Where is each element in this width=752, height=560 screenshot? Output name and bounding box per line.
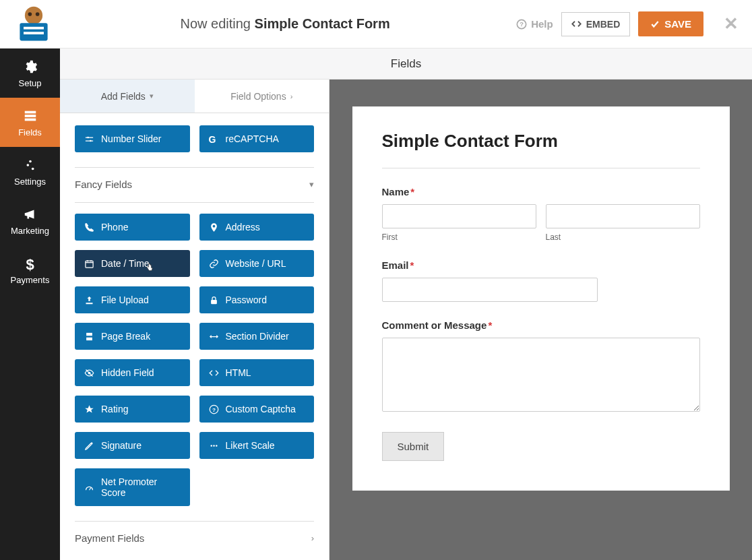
field-html[interactable]: HTML xyxy=(199,359,315,386)
gauge-icon xyxy=(84,483,94,493)
tab-add-fields[interactable]: Add Fields ▾ xyxy=(60,80,195,113)
svg-text:?: ? xyxy=(212,406,216,412)
nav-setup[interactable]: Setup xyxy=(0,49,60,98)
svg-point-13 xyxy=(31,168,34,170)
field-page-break[interactable]: Page Break xyxy=(75,323,190,350)
svg-rect-19 xyxy=(86,337,92,340)
svg-rect-9 xyxy=(24,115,36,117)
nav-marketing[interactable]: Marketing xyxy=(0,196,60,245)
ellipsis-icon xyxy=(209,441,219,451)
gear-icon xyxy=(23,59,38,74)
field-likert-scale[interactable]: Likert Scale xyxy=(199,432,315,459)
section-payment-fields[interactable]: Payment Fields › xyxy=(75,532,314,548)
save-button[interactable]: SAVE xyxy=(638,11,703,36)
svg-rect-17 xyxy=(211,299,217,303)
chevron-right-icon: › xyxy=(311,533,314,543)
nav-payments[interactable]: $ Payments xyxy=(0,245,60,294)
field-password[interactable]: Password xyxy=(199,286,315,313)
map-pin-icon xyxy=(209,222,219,232)
email-label: Email* xyxy=(382,259,700,271)
svg-rect-4 xyxy=(24,26,44,29)
field-rating[interactable]: Rating xyxy=(75,396,190,423)
pencil-icon xyxy=(84,441,94,451)
svg-point-15 xyxy=(90,139,92,142)
help-icon: ? xyxy=(516,19,527,30)
svg-point-24 xyxy=(213,445,215,447)
last-name-input[interactable] xyxy=(546,204,700,228)
page-break-icon xyxy=(84,332,94,342)
field-phone[interactable]: Phone xyxy=(75,214,190,241)
tab-field-options[interactable]: Field Options › xyxy=(195,80,330,113)
field-address[interactable]: Address xyxy=(199,214,315,241)
check-icon xyxy=(650,20,660,29)
phone-icon xyxy=(84,222,94,232)
field-email[interactable]: Email* xyxy=(382,259,700,302)
top-actions: ? Help EMBED SAVE ✕ xyxy=(516,11,739,36)
calendar-icon xyxy=(84,259,94,269)
submit-button[interactable]: Submit xyxy=(382,432,445,461)
field-custom-captcha[interactable]: ? Custom Captcha xyxy=(199,396,315,423)
star-icon xyxy=(84,404,94,414)
svg-rect-8 xyxy=(24,111,36,114)
nav-fields[interactable]: Fields xyxy=(0,98,60,147)
field-hidden-field[interactable]: Hidden Field xyxy=(75,359,190,386)
svg-rect-5 xyxy=(24,32,44,34)
svg-point-0 xyxy=(25,6,42,24)
arrows-h-icon xyxy=(209,332,219,342)
first-name-input[interactable] xyxy=(382,204,536,228)
form-card: Simple Contact Form Name* First Last xyxy=(352,106,730,491)
field-file-upload[interactable]: File Upload xyxy=(75,286,190,313)
eye-slash-icon xyxy=(84,368,94,378)
sliders-icon xyxy=(84,134,94,144)
email-input[interactable] xyxy=(382,278,598,302)
svg-point-23 xyxy=(210,445,212,447)
left-nav: Setup Fields Settings Marketing $ Paymen… xyxy=(0,49,60,560)
dollar-icon: $ xyxy=(23,256,38,271)
comment-label: Comment or Message* xyxy=(382,319,700,331)
fields-sidebar: Add Fields ▾ Field Options › Number Slid… xyxy=(60,80,330,560)
form-preview: Simple Contact Form Name* First Last xyxy=(330,80,752,560)
link-icon xyxy=(209,259,219,269)
svg-rect-16 xyxy=(86,261,93,268)
comment-textarea[interactable] xyxy=(382,338,700,412)
svg-point-2 xyxy=(36,12,40,16)
field-nps[interactable]: Net Promoter Score xyxy=(75,468,190,506)
chevron-down-icon: ▾ xyxy=(150,92,154,100)
subheader: Fields xyxy=(60,49,752,80)
name-label: Name* xyxy=(382,186,700,197)
chevron-right-icon: › xyxy=(290,92,293,100)
field-name[interactable]: Name* First Last xyxy=(382,186,700,242)
first-sublabel: First xyxy=(382,232,536,242)
chevron-down-icon: ▾ xyxy=(309,179,314,189)
close-button[interactable]: ✕ xyxy=(724,13,739,34)
help-button[interactable]: ? Help xyxy=(516,18,553,30)
field-date-time[interactable]: Date / Time xyxy=(75,250,190,277)
nav-settings[interactable]: Settings xyxy=(0,147,60,196)
sliders-icon xyxy=(23,158,38,173)
top-bar: Now editing Simple Contact Form ? Help E… xyxy=(0,0,752,49)
form-icon xyxy=(23,108,38,123)
form-name: Simple Contact Form xyxy=(255,16,390,31)
field-section-divider[interactable]: Section Divider xyxy=(199,323,315,350)
field-signature[interactable]: Signature xyxy=(75,432,190,459)
field-number-slider[interactable]: Number Slider xyxy=(75,125,190,152)
svg-point-14 xyxy=(87,136,89,138)
svg-rect-18 xyxy=(86,332,92,335)
code-icon xyxy=(209,368,219,378)
code-icon xyxy=(571,19,582,29)
field-recaptcha[interactable]: G reCAPTCHA xyxy=(199,125,315,152)
svg-point-12 xyxy=(26,164,29,166)
svg-point-11 xyxy=(29,160,32,163)
svg-text:?: ? xyxy=(520,21,524,28)
lock-icon xyxy=(209,295,219,305)
field-comment[interactable]: Comment or Message* xyxy=(382,319,700,414)
google-icon: G xyxy=(209,134,219,144)
svg-point-1 xyxy=(28,12,32,16)
editing-prefix: Now editing xyxy=(180,16,254,31)
form-title: Simple Contact Form xyxy=(382,131,700,152)
field-website-url[interactable]: Website / URL xyxy=(199,250,315,277)
question-circle-icon: ? xyxy=(209,404,219,414)
svg-point-25 xyxy=(216,445,218,447)
section-fancy-fields[interactable]: Fancy Fields ▾ xyxy=(75,179,314,194)
embed-button[interactable]: EMBED xyxy=(561,12,631,36)
